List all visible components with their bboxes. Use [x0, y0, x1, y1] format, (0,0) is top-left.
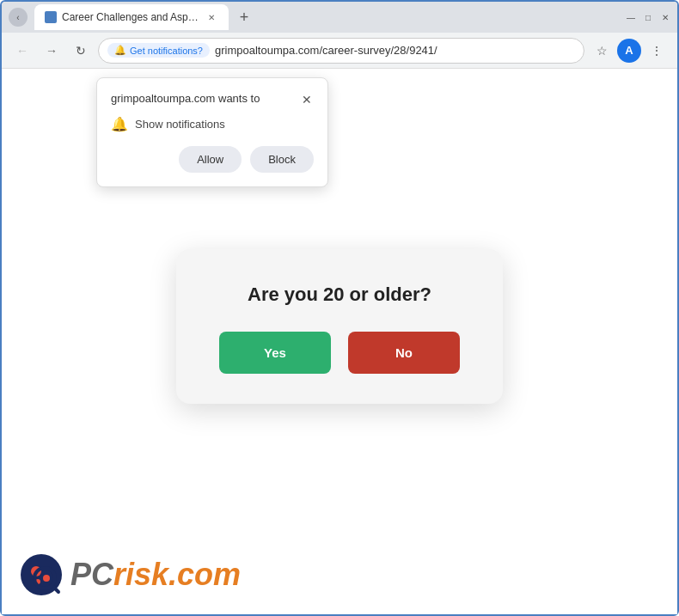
- age-verification-modal: Are you 20 or older? Yes No: [176, 249, 503, 404]
- tab-close-button[interactable]: ✕: [205, 10, 218, 24]
- chevron-left-icon: ‹: [16, 13, 19, 22]
- tab-back-button[interactable]: ‹: [9, 8, 28, 27]
- notification-popup-body-text: Show notifications: [135, 118, 225, 131]
- notification-popup-buttons: Allow Block: [111, 146, 314, 173]
- notification-pill[interactable]: 🔔 Get notifications?: [107, 43, 210, 58]
- pcrisk-text: PCrisk.com: [70, 557, 241, 593]
- pcrisk-logo: PCrisk.com: [19, 552, 241, 597]
- profile-icon: A: [625, 44, 633, 57]
- bell-small-icon: 🔔: [114, 45, 126, 56]
- bookmark-button[interactable]: ☆: [590, 39, 614, 63]
- maximize-button[interactable]: □: [643, 12, 653, 22]
- nav-bar: ← → ↻ 🔔 Get notifications? grimpoaltoump…: [2, 33, 677, 69]
- browser-tab[interactable]: Career Challenges and Aspirati… ✕: [34, 4, 229, 30]
- notification-pill-label: Get notifications?: [130, 46, 203, 56]
- pcrisk-logo-icon: [19, 552, 64, 597]
- allow-button[interactable]: Allow: [179, 146, 242, 173]
- tab-favicon-icon: [45, 11, 57, 23]
- back-button[interactable]: ←: [10, 39, 34, 63]
- close-button[interactable]: ✕: [660, 12, 670, 22]
- notification-popup-body: 🔔 Show notifications: [111, 116, 314, 132]
- notification-popup-header: grimpoaltoumpa.com wants to ✕: [111, 92, 314, 107]
- pcrisk-pc-text: PC: [70, 557, 113, 592]
- refresh-button[interactable]: ↻: [69, 39, 93, 63]
- tab-title: Career Challenges and Aspirati…: [62, 11, 199, 23]
- star-icon: ☆: [596, 44, 608, 58]
- pcrisk-risk-text: risk: [113, 557, 168, 592]
- profile-button[interactable]: A: [617, 39, 641, 63]
- pcrisk-dotcom-text: .com: [168, 557, 241, 592]
- page-content: grimpoaltoumpa.com wants to ✕ 🔔 Show not…: [2, 69, 677, 614]
- menu-dots-icon: ⋮: [651, 44, 663, 58]
- menu-button[interactable]: ⋮: [645, 39, 669, 63]
- notification-popup-close-button[interactable]: ✕: [300, 92, 314, 107]
- age-yes-button[interactable]: Yes: [219, 332, 331, 374]
- new-tab-button[interactable]: +: [234, 7, 254, 27]
- svg-point-2: [43, 575, 50, 582]
- notification-popup-title: grimpoaltoumpa.com wants to: [111, 92, 260, 105]
- forward-button[interactable]: →: [40, 39, 64, 63]
- url-text: grimpoaltoumpa.com/career-survey/28/9241…: [215, 44, 437, 57]
- age-modal-buttons: Yes No: [219, 332, 460, 374]
- age-modal-title: Are you 20 or older?: [219, 284, 460, 306]
- age-no-button[interactable]: No: [348, 332, 460, 374]
- refresh-icon: ↻: [76, 44, 86, 58]
- nav-right-controls: ☆ A ⋮: [590, 39, 669, 63]
- notification-popup: grimpoaltoumpa.com wants to ✕ 🔔 Show not…: [96, 77, 328, 187]
- browser-frame: ‹ Career Challenges and Aspirati… ✕ + — …: [0, 0, 679, 616]
- notification-bell-icon: 🔔: [111, 116, 128, 132]
- block-button[interactable]: Block: [250, 146, 314, 173]
- window-controls: — □ ✕: [626, 12, 670, 22]
- back-arrow-icon: ←: [16, 44, 28, 58]
- title-bar: ‹ Career Challenges and Aspirati… ✕ + — …: [2, 2, 677, 33]
- address-bar[interactable]: 🔔 Get notifications? grimpoaltoumpa.com/…: [98, 38, 584, 64]
- minimize-button[interactable]: —: [626, 12, 636, 22]
- forward-arrow-icon: →: [46, 44, 58, 58]
